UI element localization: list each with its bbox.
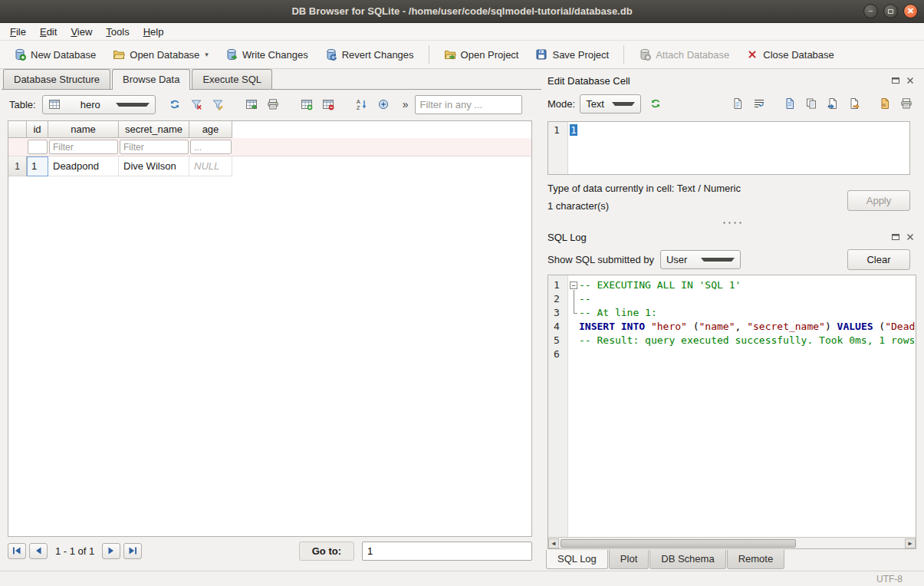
refresh-button[interactable] xyxy=(165,94,185,114)
cell-type-info: Type of data currently in cell: Text / N… xyxy=(547,183,847,194)
float-panel-icon[interactable] xyxy=(889,74,902,87)
mode-select[interactable]: Text xyxy=(580,94,641,114)
menu-edit[interactable]: Edit xyxy=(33,25,64,39)
cell-editor-gutter: 1 xyxy=(548,122,568,174)
word-wrap-button[interactable] xyxy=(749,94,769,114)
clear-log-button[interactable]: Clear xyxy=(847,249,910,270)
dock-tab-plot[interactable]: Plot xyxy=(609,550,649,569)
filter-input-secret-name[interactable] xyxy=(120,140,189,154)
fold-marker xyxy=(568,347,579,361)
export-records-button[interactable] xyxy=(242,94,261,114)
goto-record-input[interactable] xyxy=(362,542,532,561)
column-header-name[interactable]: name xyxy=(48,121,119,138)
horizontal-scrollbar[interactable]: ◀ ▶ xyxy=(548,537,916,548)
sort-records-button[interactable]: AZ xyxy=(352,94,372,114)
close-database-icon xyxy=(746,48,758,61)
import-data-button[interactable] xyxy=(823,94,843,114)
close-icon[interactable]: ✕ xyxy=(903,4,918,18)
cell-name[interactable]: Deadpond xyxy=(48,156,119,176)
panel-splitter[interactable] xyxy=(546,218,918,227)
cell-editor[interactable]: 1 1 xyxy=(547,121,910,175)
float-panel-icon[interactable] xyxy=(889,231,902,243)
sql-log-controls: Show SQL submitted by User Clear xyxy=(546,245,918,273)
cell-mode-row: Mode: Text N xyxy=(546,89,918,115)
previous-record-button[interactable] xyxy=(29,543,48,559)
save-project-button[interactable]: Save Project xyxy=(528,44,617,64)
goto-button[interactable]: Go to: xyxy=(299,542,354,561)
attach-database-button[interactable]: Attach Database xyxy=(631,44,737,64)
sql-log-editor[interactable]: 1−-- EXECUTING ALL IN 'SQL 1'2--3-- At l… xyxy=(547,275,916,549)
next-record-button[interactable] xyxy=(102,543,120,559)
toolbar-separator xyxy=(429,45,429,64)
scroll-right-icon[interactable]: ▶ xyxy=(905,538,916,548)
print-button[interactable] xyxy=(263,94,283,114)
print-cell-button[interactable] xyxy=(896,94,916,114)
column-header-secret-name[interactable]: secret_name xyxy=(119,121,189,138)
goto-cell-button[interactable] xyxy=(373,94,393,114)
copy-cell-button[interactable] xyxy=(801,94,821,114)
apply-button[interactable]: Apply xyxy=(847,190,910,211)
filter-input-id[interactable] xyxy=(28,140,48,154)
dock-tab-remote[interactable]: Remote xyxy=(727,550,785,569)
first-record-button[interactable] xyxy=(8,543,26,559)
main-tab-bar: Database StructureBrowse DataExecute SQL xyxy=(2,69,541,90)
cell-age[interactable]: NULL xyxy=(189,156,232,176)
close-panel-icon[interactable] xyxy=(904,74,916,87)
maximize-icon[interactable] xyxy=(883,4,898,18)
dock-tab-sql-log[interactable]: SQL Log xyxy=(546,550,608,569)
line-number: 4 xyxy=(548,320,568,334)
delete-record-button[interactable] xyxy=(318,94,338,114)
cell-secret-name[interactable]: Dive Wilson xyxy=(119,156,189,176)
write-changes-button[interactable]: Write Changes xyxy=(218,44,316,64)
chevron-down-icon xyxy=(116,103,150,107)
sql-source-select[interactable]: User xyxy=(660,250,741,269)
last-record-button[interactable] xyxy=(123,543,142,559)
column-header-age[interactable]: age xyxy=(189,121,232,138)
revert-changes-button[interactable]: Revert Changes xyxy=(317,44,422,64)
column-header-id[interactable]: id xyxy=(27,121,48,138)
scrollbar-thumb[interactable] xyxy=(561,539,796,548)
menu-file[interactable]: File xyxy=(3,25,33,39)
tab-browse-data[interactable]: Browse Data xyxy=(112,69,190,90)
toolbar-overflow-chevron[interactable]: » xyxy=(403,98,409,110)
close-database-button[interactable]: Close Database xyxy=(738,44,842,64)
cell-id[interactable]: 1 xyxy=(27,156,48,176)
right-pane: Edit Database Cell Mode: Text N 1 1 xyxy=(541,69,924,571)
toolbar-separator xyxy=(623,45,624,64)
window-controls: − ✕ xyxy=(863,4,918,18)
auto-format-button[interactable] xyxy=(646,94,666,114)
tab-execute-sql[interactable]: Execute SQL xyxy=(192,69,272,89)
menu-tools[interactable]: Tools xyxy=(99,25,136,39)
menu-help[interactable]: Help xyxy=(136,25,171,39)
open-project-button[interactable]: Open Project xyxy=(436,44,527,64)
minimize-icon[interactable]: − xyxy=(863,4,878,18)
filter-any-column-input[interactable] xyxy=(415,95,522,114)
table-select[interactable]: hero xyxy=(42,95,156,114)
mode-select-value: Text xyxy=(586,98,604,110)
tab-database-structure[interactable]: Database Structure xyxy=(3,69,110,89)
row-number[interactable]: 1 xyxy=(8,156,27,176)
fold-box-icon[interactable]: − xyxy=(570,281,577,289)
scroll-left-icon[interactable]: ◀ xyxy=(548,538,559,548)
app-window: DB Browser for SQLite - /home/user/code/… xyxy=(0,0,924,586)
fold-marker[interactable]: − xyxy=(568,278,579,292)
export-data-button[interactable] xyxy=(844,94,864,114)
filter-input-name[interactable] xyxy=(49,140,118,154)
filter-options-button[interactable] xyxy=(208,94,228,114)
set-null-button[interactable]: N xyxy=(875,94,895,114)
text-view-button[interactable] xyxy=(728,94,748,114)
open-database-button[interactable]: Open Database▾ xyxy=(105,44,216,64)
new-database-button[interactable]: New Database xyxy=(6,44,104,64)
dropdown-arrow-icon[interactable]: ▾ xyxy=(205,51,209,58)
menu-view[interactable]: View xyxy=(64,25,99,39)
table-icon xyxy=(48,98,76,110)
mode-label: Mode: xyxy=(547,98,575,110)
open-file-button[interactable] xyxy=(780,94,800,114)
filter-input-age[interactable] xyxy=(190,140,232,154)
insert-record-button[interactable] xyxy=(297,94,317,114)
write-changes-icon xyxy=(225,48,238,61)
dock-tab-db-schema[interactable]: DB Schema xyxy=(649,550,725,569)
clear-filters-button[interactable] xyxy=(186,94,206,114)
close-panel-icon[interactable] xyxy=(904,231,916,243)
line-number: 2 xyxy=(548,292,568,306)
